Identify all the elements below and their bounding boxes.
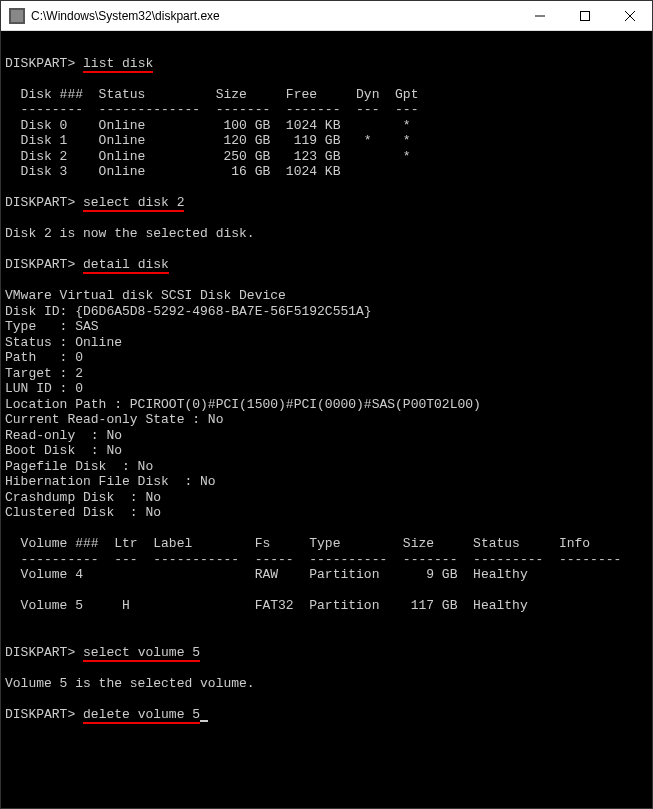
close-icon — [625, 11, 635, 21]
cmd-select-disk: select disk 2 — [83, 195, 184, 212]
table-row: Disk 2 Online 250 GB 123 GB * — [5, 149, 411, 164]
detail-line: Current Read-only State : No — [5, 412, 223, 427]
detail-line: Crashdump Disk : No — [5, 490, 161, 505]
prompt: DISKPART> — [5, 257, 75, 272]
detail-line: Type : SAS — [5, 319, 99, 334]
detail-line: Hibernation File Disk : No — [5, 474, 216, 489]
table-row: Disk 0 Online 100 GB 1024 KB * — [5, 118, 411, 133]
detail-line: Location Path : PCIROOT(0)#PCI(1500)#PCI… — [5, 397, 481, 412]
cursor — [200, 720, 208, 722]
cmd-select-volume: select volume 5 — [83, 645, 200, 662]
disk-table-header: Disk ### Status Size Free Dyn Gpt — [5, 87, 418, 102]
prompt-line: DISKPART> delete volume 5 — [5, 707, 200, 724]
detail-line: Path : 0 — [5, 350, 83, 365]
cmd-list-disk: list disk — [83, 56, 153, 73]
maximize-icon — [580, 11, 590, 21]
minimize-icon — [535, 11, 545, 21]
detail-line: LUN ID : 0 — [5, 381, 83, 396]
table-row: Volume 5 H FAT32 Partition 117 GB Health… — [5, 598, 528, 613]
prompt: DISKPART> — [5, 645, 75, 660]
detail-line: Boot Disk : No — [5, 443, 122, 458]
table-row: Disk 1 Online 120 GB 119 GB * * — [5, 133, 411, 148]
cmd-detail-disk: detail disk — [83, 257, 169, 274]
application-window: C:\Windows\System32\diskpart.exe DISKPAR… — [0, 0, 653, 809]
cmd-delete-volume: delete volume 5 — [83, 707, 200, 724]
detail-line: Pagefile Disk : No — [5, 459, 153, 474]
terminal-output[interactable]: DISKPART> list disk Disk ### Status Size… — [1, 31, 652, 808]
select-disk-message: Disk 2 is now the selected disk. — [5, 226, 255, 241]
select-volume-message: Volume 5 is the selected volume. — [5, 676, 255, 691]
prompt-line: DISKPART> detail disk — [5, 257, 169, 274]
detail-line: Status : Online — [5, 335, 122, 350]
svg-rect-1 — [580, 11, 589, 20]
table-row: Volume 4 RAW Partition 9 GB Healthy — [5, 567, 528, 582]
close-button[interactable] — [607, 1, 652, 30]
prompt-line: DISKPART> select volume 5 — [5, 645, 200, 662]
detail-line: Disk ID: {D6D6A5D8-5292-4968-BA7E-56F519… — [5, 304, 372, 319]
prompt: DISKPART> — [5, 195, 75, 210]
prompt: DISKPART> — [5, 56, 75, 71]
minimize-button[interactable] — [517, 1, 562, 30]
maximize-button[interactable] — [562, 1, 607, 30]
app-icon — [9, 8, 25, 24]
volume-table-header: Volume ### Ltr Label Fs Type Size Status… — [5, 536, 590, 551]
volume-table-divider: ---------- --- ----------- ----- -------… — [5, 552, 621, 567]
detail-line: Clustered Disk : No — [5, 505, 161, 520]
window-title: C:\Windows\System32\diskpart.exe — [31, 9, 517, 23]
detail-line: Read-only : No — [5, 428, 122, 443]
prompt-line: DISKPART> select disk 2 — [5, 195, 184, 212]
prompt: DISKPART> — [5, 707, 75, 722]
table-row: Disk 3 Online 16 GB 1024 KB — [5, 164, 340, 179]
detail-device: VMware Virtual disk SCSI Disk Device — [5, 288, 286, 303]
detail-line: Target : 2 — [5, 366, 83, 381]
titlebar[interactable]: C:\Windows\System32\diskpart.exe — [1, 1, 652, 31]
disk-table-divider: -------- ------------- ------- ------- -… — [5, 102, 418, 117]
window-controls — [517, 1, 652, 30]
prompt-line: DISKPART> list disk — [5, 56, 153, 73]
